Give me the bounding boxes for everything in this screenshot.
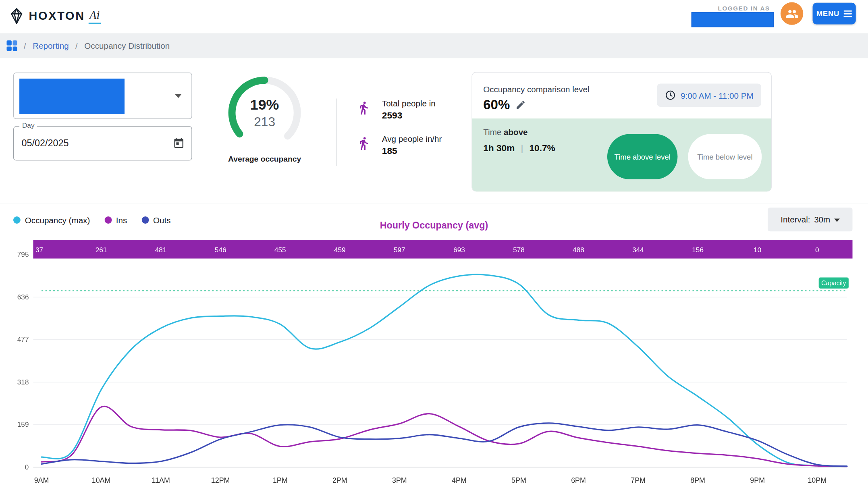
total-people-in-value: 2593	[382, 110, 402, 120]
app: HOXTON Ai LOGGED IN AS MENU / Reporting …	[0, 0, 868, 486]
chevron-down-icon	[175, 94, 181, 98]
breadcrumb-current-page: Occupancy Distribution	[84, 41, 170, 50]
walking-person-icon	[357, 101, 371, 115]
svg-text:261: 261	[96, 246, 107, 254]
time-above-percent: 10.7%	[529, 143, 555, 153]
svg-text:2PM: 2PM	[332, 476, 347, 484]
svg-text:10: 10	[754, 246, 761, 254]
app-header: HOXTON Ai LOGGED IN AS MENU	[0, 0, 868, 33]
hamburger-icon	[844, 10, 852, 17]
chart-legend: Occupancy (max) Ins Outs	[13, 215, 179, 224]
vertical-divider	[336, 99, 336, 166]
chart-section: Occupancy (max) Ins Outs Hourly Occupanc…	[0, 204, 868, 486]
svg-text:636: 636	[17, 293, 29, 301]
diamond-logo-icon	[8, 7, 25, 25]
time-below-level-button[interactable]: Time below level	[688, 134, 762, 179]
svg-text:344: 344	[632, 246, 644, 254]
menu-button[interactable]: MENU	[813, 3, 856, 25]
svg-text:10PM: 10PM	[808, 476, 826, 484]
svg-text:9AM: 9AM	[34, 476, 49, 484]
avg-people-value: 185	[382, 145, 397, 156]
menu-label: MENU	[816, 9, 839, 18]
stat-divider: |	[521, 143, 523, 153]
breadcrumb-link-reporting[interactable]: Reporting	[33, 41, 69, 50]
svg-text:Capacity: Capacity	[821, 280, 846, 287]
walking-person-icon	[357, 136, 371, 151]
legend-label: Ins	[116, 215, 127, 224]
gauge-count: 213	[254, 114, 275, 129]
venue-select[interactable]	[13, 73, 192, 119]
svg-text:578: 578	[513, 246, 525, 254]
comparison-title: Occupancy comparison level	[483, 85, 589, 94]
redacted-venue-name	[19, 79, 125, 114]
interval-dropdown[interactable]: Interval: 30m	[768, 208, 852, 231]
svg-text:0: 0	[25, 463, 29, 471]
comparison-level-value: 60%	[483, 97, 510, 112]
people-icon	[785, 7, 799, 20]
brand-logo: HOXTON Ai	[8, 7, 101, 25]
time-above-level-button[interactable]: Time above level	[607, 134, 677, 179]
average-occupancy-gauge: 19% 213 Average occupancy	[224, 73, 305, 167]
svg-text:597: 597	[394, 246, 405, 254]
occupancy-chart: 0159318477636795Capacity3726148154645545…	[0, 236, 868, 486]
occupancy-comparison-card: Occupancy comparison level 60% 9:00 AM -…	[471, 72, 772, 192]
total-people-in-label: Total people in	[382, 99, 436, 108]
interval-label: Interval:	[781, 215, 810, 224]
svg-text:37: 37	[35, 246, 43, 254]
svg-text:6PM: 6PM	[571, 476, 586, 484]
edit-pencil-icon[interactable]	[515, 100, 526, 110]
legend-item-occupancy-max[interactable]: Occupancy (max)	[13, 215, 90, 224]
svg-text:481: 481	[155, 246, 167, 254]
svg-text:0: 0	[815, 246, 819, 254]
svg-text:12PM: 12PM	[211, 476, 230, 484]
time-range-chip[interactable]: 9:00 AM - 11:00 PM	[657, 83, 761, 107]
svg-text:3PM: 3PM	[392, 476, 407, 484]
logged-in-as-label: LOGGED IN AS	[718, 5, 770, 11]
svg-text:459: 459	[334, 246, 346, 254]
legend-item-ins[interactable]: Ins	[104, 215, 127, 224]
avg-people-label: Avg people in/hr	[382, 134, 442, 143]
legend-label: Outs	[153, 215, 171, 224]
brand-suffix: Ai	[89, 8, 101, 24]
dashboard-grid-icon[interactable]	[6, 40, 17, 51]
svg-text:546: 546	[215, 246, 226, 254]
svg-text:455: 455	[274, 246, 286, 254]
gauge-caption: Average occupancy	[209, 154, 320, 163]
legend-dot-purple	[104, 216, 112, 224]
svg-text:1PM: 1PM	[273, 476, 288, 484]
time-above-duration: 1h 30m	[483, 143, 515, 153]
svg-text:488: 488	[573, 246, 584, 254]
comparison-level: 60%	[483, 97, 526, 112]
svg-text:318: 318	[17, 378, 29, 386]
svg-text:10AM: 10AM	[92, 476, 111, 484]
time-above-panel: Time above 1h 30m | 10.7% Time above lev…	[472, 118, 771, 191]
calendar-icon[interactable]	[173, 137, 185, 150]
time-above-prefix: Time	[483, 127, 504, 137]
user-avatar[interactable]	[781, 2, 803, 25]
legend-dot-indigo	[141, 216, 149, 224]
day-date-field[interactable]: Day 05/02/2025	[13, 126, 192, 160]
time-above-bold: above	[504, 127, 528, 137]
svg-text:693: 693	[453, 246, 465, 254]
svg-text:8PM: 8PM	[690, 476, 705, 484]
svg-text:156: 156	[692, 246, 704, 254]
legend-dot-cyan	[13, 216, 21, 224]
time-above-stats: 1h 30m | 10.7%	[483, 143, 555, 153]
time-range-value: 9:00 AM - 11:00 PM	[681, 91, 754, 100]
svg-text:9PM: 9PM	[750, 476, 765, 484]
clock-icon	[664, 90, 675, 101]
breadcrumb-separator: /	[75, 41, 78, 50]
gauge-text: 19% 213	[224, 73, 305, 154]
interval-value: 30m	[814, 215, 830, 224]
svg-text:159: 159	[17, 420, 29, 428]
redacted-account-name	[691, 12, 774, 27]
svg-text:477: 477	[17, 335, 29, 343]
svg-text:11AM: 11AM	[152, 476, 170, 484]
chevron-down-icon	[834, 218, 840, 222]
day-field-value: 05/02/2025	[22, 127, 69, 160]
legend-item-outs[interactable]: Outs	[141, 215, 170, 224]
svg-text:795: 795	[17, 250, 29, 258]
scale-root: HOXTON Ai LOGGED IN AS MENU / Reporting …	[0, 0, 868, 486]
chart-title: Hourly Occupancy (avg)	[380, 220, 488, 231]
svg-text:5PM: 5PM	[511, 476, 526, 484]
